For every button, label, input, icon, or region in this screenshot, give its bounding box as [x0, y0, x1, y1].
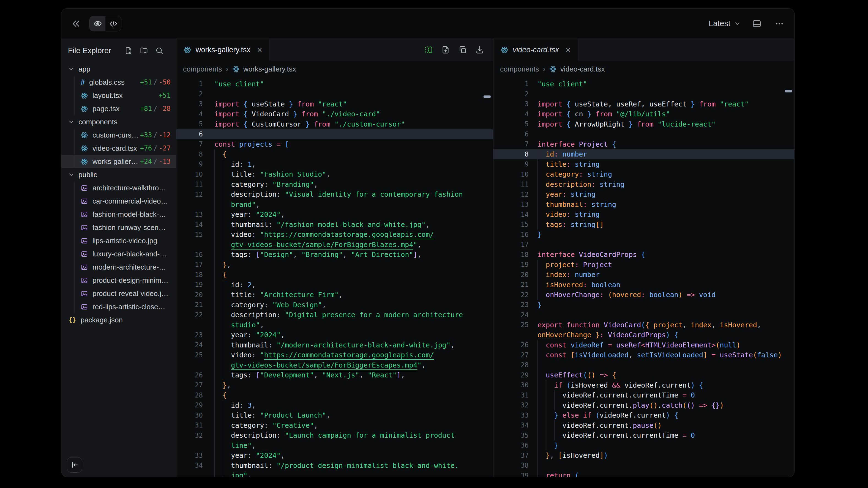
code-line-wrap[interactable]: studio", [177, 320, 493, 330]
code-line-34[interactable]: 34 videoRef.current.pause() [493, 420, 794, 430]
code-line-6[interactable]: 6 [493, 129, 794, 139]
code-line-37[interactable]: 37 }, [isHovered]) [493, 451, 794, 461]
code-line-29[interactable]: 29 useEffect(() => { [493, 370, 794, 381]
new-file-icon[interactable] [124, 46, 133, 55]
code-line-wrap[interactable]: gtv-videos-bucket/sample/ForBiggerBlazes… [177, 239, 493, 250]
code-line-28[interactable]: 28 [493, 360, 794, 370]
code-line-27[interactable]: 27 const [isVideoLoaded, setIsVideoLoade… [493, 350, 794, 360]
code-line-20[interactable]: 20 index: number [493, 270, 794, 280]
code-line-2[interactable]: 2 [493, 89, 794, 99]
code-line-19[interactable]: 19 project: Project [493, 260, 794, 270]
breadcrumb-file[interactable]: works-gallery.tsx [243, 65, 296, 73]
tree-file-fashion-model-black-[interactable]: fashion-model-black-… [61, 208, 176, 221]
code-line-4[interactable]: 4import { VideoCard } from "./video-card… [177, 109, 493, 119]
code-line-26[interactable]: 26 tags: ["Development", "Next.js", "Rea… [177, 370, 493, 381]
code-line-wrap[interactable]: line", [177, 441, 493, 451]
code-line-6[interactable]: 6 [177, 129, 493, 139]
code-line-30[interactable]: 30 if (isHovered && videoRef.current) { [493, 380, 794, 390]
code-line-28[interactable]: 28 { [177, 390, 493, 400]
code-line-24[interactable]: 24 [493, 310, 794, 320]
code-line-14[interactable]: 14 video: string [493, 209, 794, 220]
code-line-16[interactable]: 16} [493, 230, 794, 240]
tree-folder-components[interactable]: components [61, 115, 176, 128]
collapse-sidebar-button[interactable] [67, 457, 82, 473]
tab-video-card[interactable]: video-card.tsx × [493, 39, 578, 61]
split-diff-icon[interactable] [424, 45, 433, 54]
scrollbar-thumb[interactable] [484, 95, 491, 98]
code-line-1[interactable]: 1"use client" [177, 79, 493, 89]
breadcrumb-folder[interactable]: components [500, 65, 539, 73]
close-icon[interactable]: × [257, 45, 262, 54]
more-options-button[interactable] [773, 17, 786, 30]
code-line-13[interactable]: 13 thumbnail: string [493, 199, 794, 209]
tree-file-page.tsx[interactable]: page.tsx+81/-28 [61, 102, 176, 115]
code-line-21[interactable]: 21 isHovered: boolean [493, 280, 794, 290]
copy-icon[interactable] [458, 45, 467, 54]
tree-file-lips-artistic-video.jpg[interactable]: lips-artistic-video.jpg [61, 234, 176, 247]
code-line-21[interactable]: 21 category: "Web Design", [177, 300, 493, 310]
code-line-5[interactable]: 5import { ArrowUpRight } from "lucide-re… [493, 119, 794, 129]
code-line-39[interactable]: 39 return ( [493, 471, 794, 477]
code-line-11[interactable]: 11 description: string [493, 180, 794, 190]
code-line-36[interactable]: 36 } [493, 441, 794, 451]
tree-file-package.json[interactable]: {}package.json [61, 313, 176, 327]
code-line-9[interactable]: 9 id: 1, [177, 159, 493, 169]
tree-file-car-commercial-video-[interactable]: car-commercial-video… [61, 194, 176, 208]
code-line-31[interactable]: 31 category: "Creative", [177, 420, 493, 430]
scrollbar-thumb[interactable] [785, 90, 792, 92]
code-line-10[interactable]: 10 title: "Fashion Studio", [177, 169, 493, 180]
code-line-wrap[interactable]: jpg", [177, 471, 493, 477]
code-editor-works-gallery[interactable]: 1"use client"23import { useState } from … [177, 77, 493, 477]
tree-file-architecture-walkthro-[interactable]: architecture-walkthro… [61, 181, 176, 194]
code-line-27[interactable]: 27 }, [177, 380, 493, 390]
tab-works-gallery[interactable]: works-gallery.tsx × [177, 39, 270, 61]
code-line-9[interactable]: 9 title: string [493, 159, 794, 169]
code-line-29[interactable]: 29 id: 3, [177, 400, 493, 411]
code-line-25[interactable]: 25export function VideoCard({ project, i… [493, 320, 794, 330]
code-toggle-button[interactable] [105, 16, 121, 31]
code-line-15[interactable]: 15 tags: string[] [493, 220, 794, 230]
code-line-23[interactable]: 23} [493, 300, 794, 310]
code-line-3[interactable]: 3import { useState, useRef, useEffect } … [493, 99, 794, 109]
code-line-wrap[interactable]: gtv-videos-bucket/sample/ForBiggerEscape… [177, 360, 493, 370]
code-line-12[interactable]: 12 year: string [493, 190, 794, 200]
code-line-32[interactable]: 32 videoRef.current.play().catch(() => {… [493, 400, 794, 411]
code-line-20[interactable]: 20 title: "Architecture Firm", [177, 290, 493, 300]
code-line-wrap[interactable]: brand", [177, 199, 493, 209]
code-line-3[interactable]: 3import { useState } from "react" [177, 99, 493, 109]
code-line-7[interactable]: 7interface Project { [493, 139, 794, 150]
code-line-14[interactable]: 14 thumbnail: "/fashion-model-black-and-… [177, 220, 493, 230]
code-line-12[interactable]: 12 description: "Visual identity for a c… [177, 190, 493, 200]
code-line-33[interactable]: 33 } else if (videoRef.current) { [493, 411, 794, 421]
close-icon[interactable]: × [565, 45, 571, 54]
code-line-wrap[interactable]: onHoverChange }: VideoCardProps) { [493, 330, 794, 340]
code-line-22[interactable]: 22 description: "Digital presence for a … [177, 310, 493, 320]
code-line-11[interactable]: 11 category: "Branding", [177, 180, 493, 190]
code-line-1[interactable]: 1"use client" [493, 79, 794, 89]
tree-folder-public[interactable]: public [61, 168, 176, 181]
tree-file-layout.tsx[interactable]: layout.tsx+51 [61, 89, 176, 102]
code-line-31[interactable]: 31 videoRef.current.currentTime = 0 [493, 390, 794, 400]
code-line-35[interactable]: 35 videoRef.current.currentTime = 0 [493, 430, 794, 441]
tree-file-globals.css[interactable]: #globals.css+51/-50 [61, 76, 176, 89]
tree-file-custom-curs-[interactable]: custom-curs…+33/-12 [61, 128, 176, 142]
tree-file-red-lips-artistic-close-[interactable]: red-lips-artistic-close… [61, 300, 176, 313]
code-line-13[interactable]: 13 year: "2024", [177, 209, 493, 220]
code-line-32[interactable]: 32 description: "Launch campaign for a m… [177, 430, 493, 441]
breadcrumb-file[interactable]: video-card.tsx [560, 65, 605, 73]
search-icon[interactable] [155, 46, 163, 55]
toggle-bottom-panel-button[interactable] [750, 17, 764, 30]
code-line-18[interactable]: 18 { [177, 270, 493, 280]
code-line-34[interactable]: 34 thumbnail: "/product-design-minimalis… [177, 460, 493, 471]
code-line-17[interactable]: 17 }, [177, 260, 493, 270]
collapse-panel-button[interactable] [70, 17, 83, 30]
tree-file-product-design-minim-[interactable]: product-design-minim… [61, 274, 176, 287]
code-line-8[interactable]: 8 { [177, 150, 493, 160]
code-line-7[interactable]: 7const projects = [ [177, 139, 493, 150]
code-line-19[interactable]: 19 id: 2, [177, 280, 493, 290]
code-line-5[interactable]: 5import { CustomCursor } from "./custom-… [177, 119, 493, 129]
code-line-33[interactable]: 33 year: "2024", [177, 451, 493, 461]
code-line-30[interactable]: 30 title: "Product Launch", [177, 411, 493, 421]
code-line-18[interactable]: 18interface VideoCardProps { [493, 250, 794, 260]
breadcrumb-folder[interactable]: components [183, 65, 222, 73]
